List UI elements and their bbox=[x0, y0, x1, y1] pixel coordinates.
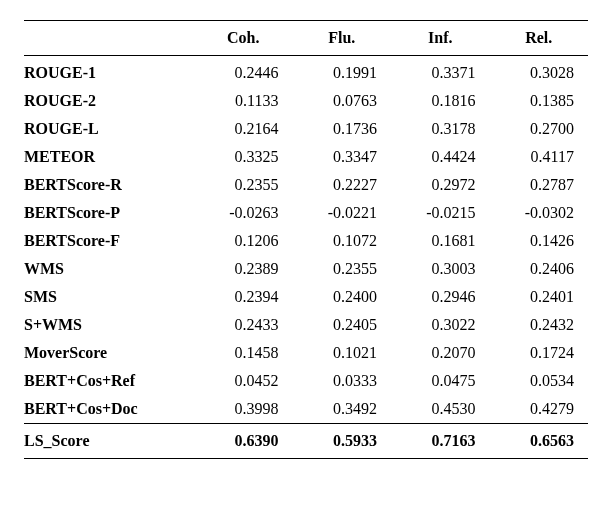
metric-value: 0.2787 bbox=[489, 171, 588, 199]
metric-value: -0.0302 bbox=[489, 199, 588, 227]
metric-value: 0.0534 bbox=[489, 367, 588, 395]
header-coh: Coh. bbox=[194, 21, 292, 56]
metric-value: 0.2164 bbox=[194, 115, 292, 143]
metric-name: MoverScore bbox=[24, 339, 194, 367]
header-rel: Rel. bbox=[489, 21, 588, 56]
metric-name: ROUGE-L bbox=[24, 115, 194, 143]
metric-value: 0.5933 bbox=[293, 424, 391, 459]
metric-value: 0.2355 bbox=[293, 255, 391, 283]
header-inf: Inf. bbox=[391, 21, 489, 56]
metric-name: LS_Score bbox=[24, 424, 194, 459]
metric-value: 0.3178 bbox=[391, 115, 489, 143]
header-flu: Flu. bbox=[293, 21, 391, 56]
header-row: Coh. Flu. Inf. Rel. bbox=[24, 21, 588, 56]
metric-name: BERT+Cos+Doc bbox=[24, 395, 194, 424]
table-row: BERTScore-F0.12060.10720.16810.1426 bbox=[24, 227, 588, 255]
metric-value: 0.2700 bbox=[489, 115, 588, 143]
metric-value: 0.6390 bbox=[194, 424, 292, 459]
metric-value: 0.7163 bbox=[391, 424, 489, 459]
metric-value: 0.4530 bbox=[391, 395, 489, 424]
table-row: WMS0.23890.23550.30030.2406 bbox=[24, 255, 588, 283]
metric-value: 0.3325 bbox=[194, 143, 292, 171]
metric-value: 0.2446 bbox=[194, 56, 292, 88]
metric-value: -0.0215 bbox=[391, 199, 489, 227]
metric-value: 0.0333 bbox=[293, 367, 391, 395]
metric-value: 0.3371 bbox=[391, 56, 489, 88]
metric-value: 0.1816 bbox=[391, 87, 489, 115]
metric-value: 0.0475 bbox=[391, 367, 489, 395]
metric-value: 0.4279 bbox=[489, 395, 588, 424]
table-row: BERT+Cos+Ref0.04520.03330.04750.0534 bbox=[24, 367, 588, 395]
metric-value: 0.2394 bbox=[194, 283, 292, 311]
metric-value: 0.2972 bbox=[391, 171, 489, 199]
table-row: MoverScore0.14580.10210.20700.1724 bbox=[24, 339, 588, 367]
metric-value: 0.4117 bbox=[489, 143, 588, 171]
metric-name: ROUGE-1 bbox=[24, 56, 194, 88]
metric-value: 0.1681 bbox=[391, 227, 489, 255]
metric-value: 0.1021 bbox=[293, 339, 391, 367]
metric-name: BERT+Cos+Ref bbox=[24, 367, 194, 395]
table-row: S+WMS0.24330.24050.30220.2432 bbox=[24, 311, 588, 339]
table-row: LS_Score0.63900.59330.71630.6563 bbox=[24, 424, 588, 459]
metric-value: 0.2389 bbox=[194, 255, 292, 283]
metric-name: S+WMS bbox=[24, 311, 194, 339]
table-row: SMS0.23940.24000.29460.2401 bbox=[24, 283, 588, 311]
metric-name: WMS bbox=[24, 255, 194, 283]
metric-value: 0.1385 bbox=[489, 87, 588, 115]
metric-value: 0.1458 bbox=[194, 339, 292, 367]
metric-name: SMS bbox=[24, 283, 194, 311]
metric-value: 0.2227 bbox=[293, 171, 391, 199]
metric-value: 0.2355 bbox=[194, 171, 292, 199]
table-row: ROUGE-20.11330.07630.18160.1385 bbox=[24, 87, 588, 115]
metric-name: BERTScore-F bbox=[24, 227, 194, 255]
metric-value: -0.0221 bbox=[293, 199, 391, 227]
metric-value: 0.2406 bbox=[489, 255, 588, 283]
metric-value: 0.3347 bbox=[293, 143, 391, 171]
metric-name: BERTScore-P bbox=[24, 199, 194, 227]
metric-value: 0.3492 bbox=[293, 395, 391, 424]
metric-value: 0.1426 bbox=[489, 227, 588, 255]
metric-value: 0.3003 bbox=[391, 255, 489, 283]
metric-value: 0.6563 bbox=[489, 424, 588, 459]
table-row: BERT+Cos+Doc0.39980.34920.45300.4279 bbox=[24, 395, 588, 424]
metric-name: METEOR bbox=[24, 143, 194, 171]
metric-value: 0.1724 bbox=[489, 339, 588, 367]
metric-value: 0.1133 bbox=[194, 87, 292, 115]
metric-value: 0.1072 bbox=[293, 227, 391, 255]
metric-value: 0.3022 bbox=[391, 311, 489, 339]
metric-value: 0.1206 bbox=[194, 227, 292, 255]
metric-value: 0.2946 bbox=[391, 283, 489, 311]
table-row: METEOR0.33250.33470.44240.4117 bbox=[24, 143, 588, 171]
metric-name: BERTScore-R bbox=[24, 171, 194, 199]
table-row: ROUGE-L0.21640.17360.31780.2700 bbox=[24, 115, 588, 143]
header-blank bbox=[24, 21, 194, 56]
correlation-table: Coh. Flu. Inf. Rel. ROUGE-10.24460.19910… bbox=[24, 20, 588, 459]
metric-value: 0.1991 bbox=[293, 56, 391, 88]
metric-value: 0.2070 bbox=[391, 339, 489, 367]
table-row: ROUGE-10.24460.19910.33710.3028 bbox=[24, 56, 588, 88]
metric-value: 0.0452 bbox=[194, 367, 292, 395]
metric-value: 0.2433 bbox=[194, 311, 292, 339]
metric-value: 0.3998 bbox=[194, 395, 292, 424]
metric-value: 0.3028 bbox=[489, 56, 588, 88]
metric-value: 0.2432 bbox=[489, 311, 588, 339]
metric-value: 0.2400 bbox=[293, 283, 391, 311]
table-row: BERTScore-R0.23550.22270.29720.2787 bbox=[24, 171, 588, 199]
metric-value: 0.2405 bbox=[293, 311, 391, 339]
table-body: ROUGE-10.24460.19910.33710.3028ROUGE-20.… bbox=[24, 56, 588, 459]
table-row: BERTScore-P-0.0263-0.0221-0.0215-0.0302 bbox=[24, 199, 588, 227]
metric-value: 0.0763 bbox=[293, 87, 391, 115]
metric-name: ROUGE-2 bbox=[24, 87, 194, 115]
metric-value: 0.1736 bbox=[293, 115, 391, 143]
metric-value: 0.2401 bbox=[489, 283, 588, 311]
metric-value: -0.0263 bbox=[194, 199, 292, 227]
metric-value: 0.4424 bbox=[391, 143, 489, 171]
